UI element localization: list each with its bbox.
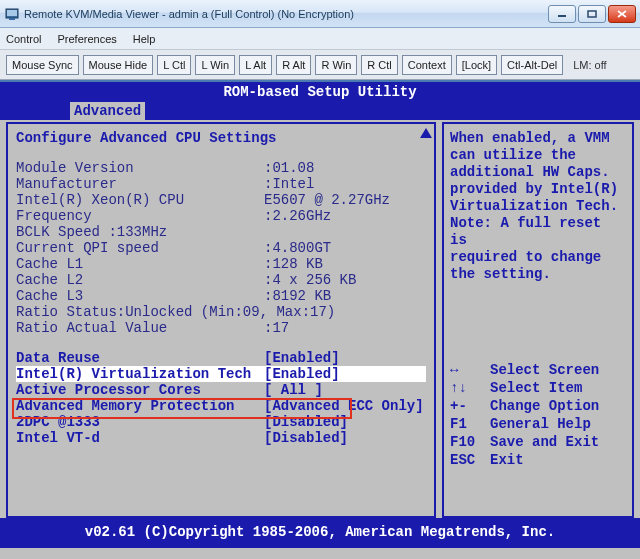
key-desc: General Help bbox=[490, 415, 591, 433]
help-line: When enabled, a VMM bbox=[450, 130, 626, 147]
value: [ All ] bbox=[264, 382, 426, 398]
menu-preferences[interactable]: Preferences bbox=[57, 33, 116, 45]
minimize-button[interactable] bbox=[548, 5, 576, 23]
key: +- bbox=[450, 397, 490, 415]
bios-tab-bar: Advanced bbox=[0, 102, 640, 120]
rwin-button[interactable]: R Win bbox=[315, 55, 357, 75]
help-line: Virtualization Tech. bbox=[450, 198, 626, 215]
maximize-button[interactable] bbox=[578, 5, 606, 23]
section-title: Configure Advanced CPU Settings bbox=[16, 130, 426, 146]
value: [Disabled] bbox=[264, 430, 426, 446]
help-keys: ↔Select Screen ↑↓Select Item +-Change Op… bbox=[450, 361, 626, 469]
lalt-button[interactable]: L Alt bbox=[239, 55, 272, 75]
value: :17 bbox=[264, 320, 426, 336]
help-line: the setting. bbox=[450, 266, 626, 283]
info-frequency: Frequency :2.26GHz bbox=[16, 208, 426, 224]
value: :4.800GT bbox=[264, 240, 426, 256]
key: F1 bbox=[450, 415, 490, 433]
option-virtualization-tech[interactable]: Intel(R) Virtualization Tech [Enabled] bbox=[16, 366, 426, 382]
ralt-button[interactable]: R Alt bbox=[276, 55, 311, 75]
lock-button[interactable]: [Lock] bbox=[456, 55, 497, 75]
label: Ratio Status:Unlocked (Min:09, Max:17) bbox=[16, 304, 335, 320]
option-data-reuse[interactable]: Data Reuse [Enabled] bbox=[16, 350, 426, 366]
info-manufacturer: Manufacturer :Intel bbox=[16, 176, 426, 192]
label: Frequency bbox=[16, 208, 264, 224]
info-module-version: Module Version :01.08 bbox=[16, 160, 426, 176]
rctl-button[interactable]: R Ctl bbox=[361, 55, 397, 75]
menu-control[interactable]: Control bbox=[6, 33, 41, 45]
info-cpu: Intel(R) Xeon(R) CPU E5607 @ 2.27GHz bbox=[16, 192, 426, 208]
label: Manufacturer bbox=[16, 176, 264, 192]
bios-screen[interactable]: ROM-based Setup Utility Advanced Configu… bbox=[0, 82, 640, 559]
help-text: When enabled, a VMM can utilize the addi… bbox=[450, 130, 626, 283]
info-ratio-actual: Ratio Actual Value :17 bbox=[16, 320, 426, 336]
key-desc: Select Item bbox=[490, 379, 582, 397]
help-line: can utilize the bbox=[450, 147, 626, 164]
label: Cache L1 bbox=[16, 256, 264, 272]
window-title: Remote KVM/Media Viewer - admin a (Full … bbox=[24, 8, 548, 20]
key: ↑↓ bbox=[450, 379, 490, 397]
info-cache-l1: Cache L1 :128 KB bbox=[16, 256, 426, 272]
help-line: Note: A full reset is bbox=[450, 215, 626, 249]
bios-help-panel: When enabled, a VMM can utilize the addi… bbox=[442, 122, 634, 518]
scroll-up-icon[interactable] bbox=[420, 128, 432, 138]
help-line: provided by Intel(R) bbox=[450, 181, 626, 198]
menu-help[interactable]: Help bbox=[133, 33, 156, 45]
option-active-cores[interactable]: Active Processor Cores [ All ] bbox=[16, 382, 426, 398]
svg-rect-2 bbox=[9, 18, 15, 20]
app-icon bbox=[4, 6, 20, 22]
value: E5607 @ 2.27GHz bbox=[264, 192, 426, 208]
label: Data Reuse bbox=[16, 350, 264, 366]
mouse-hide-button[interactable]: Mouse Hide bbox=[83, 55, 154, 75]
label: BCLK Speed :133MHz bbox=[16, 224, 167, 240]
label: Intel VT-d bbox=[16, 430, 264, 446]
bios-settings-panel: Configure Advanced CPU Settings Module V… bbox=[6, 122, 436, 518]
key: ESC bbox=[450, 451, 490, 469]
value: :4 x 256 KB bbox=[264, 272, 426, 288]
lwin-button[interactable]: L Win bbox=[195, 55, 235, 75]
bios-footer: v02.61 (C)Copyright 1985-2006, American … bbox=[0, 518, 640, 548]
ctl-alt-del-button[interactable]: Ctl-Alt-Del bbox=[501, 55, 563, 75]
svg-rect-4 bbox=[588, 11, 596, 17]
value: :128 KB bbox=[264, 256, 426, 272]
value: [Enabled] bbox=[264, 350, 426, 366]
window-titlebar: Remote KVM/Media Viewer - admin a (Full … bbox=[0, 0, 640, 28]
label: Ratio Actual Value bbox=[16, 320, 264, 336]
label: Intel(R) Virtualization Tech bbox=[16, 366, 264, 382]
label: Intel(R) Xeon(R) CPU bbox=[16, 192, 264, 208]
bios-header: ROM-based Setup Utility bbox=[0, 82, 640, 102]
value: :2.26GHz bbox=[264, 208, 426, 224]
label: Module Version bbox=[16, 160, 264, 176]
help-line: required to change bbox=[450, 249, 626, 266]
close-button[interactable] bbox=[608, 5, 636, 23]
key-desc: Select Screen bbox=[490, 361, 599, 379]
key-desc: Exit bbox=[490, 451, 524, 469]
bios-tab-advanced[interactable]: Advanced bbox=[70, 102, 145, 120]
info-ratio-status: Ratio Status:Unlocked (Min:09, Max:17) bbox=[16, 304, 426, 320]
menu-bar: Control Preferences Help bbox=[0, 28, 640, 50]
value: :Intel bbox=[264, 176, 426, 192]
mouse-sync-button[interactable]: Mouse Sync bbox=[6, 55, 79, 75]
lctl-button[interactable]: L Ctl bbox=[157, 55, 191, 75]
option-intel-vt-d[interactable]: Intel VT-d [Disabled] bbox=[16, 430, 426, 446]
key-desc: Save and Exit bbox=[490, 433, 599, 451]
context-button[interactable]: Context bbox=[402, 55, 452, 75]
label: Current QPI speed bbox=[16, 240, 264, 256]
value: :8192 KB bbox=[264, 288, 426, 304]
value: [Advanced ECC Only] bbox=[264, 398, 426, 414]
key: F10 bbox=[450, 433, 490, 451]
option-2dpc-1333[interactable]: 2DPC @1333 [Disabled] bbox=[16, 414, 426, 430]
value: [Enabled] bbox=[264, 366, 426, 382]
label: Active Processor Cores bbox=[16, 382, 264, 398]
option-advanced-memory-protection[interactable]: Advanced Memory Protection [Advanced ECC… bbox=[16, 398, 426, 414]
value: :01.08 bbox=[264, 160, 426, 176]
value: [Disabled] bbox=[264, 414, 426, 430]
lm-status: LM: off bbox=[573, 59, 606, 71]
window-controls bbox=[548, 5, 636, 23]
svg-rect-1 bbox=[7, 10, 17, 16]
label: Cache L3 bbox=[16, 288, 264, 304]
info-cache-l3: Cache L3 :8192 KB bbox=[16, 288, 426, 304]
label: Advanced Memory Protection bbox=[16, 398, 264, 414]
help-line: additional HW Caps. bbox=[450, 164, 626, 181]
key-desc: Change Option bbox=[490, 397, 599, 415]
